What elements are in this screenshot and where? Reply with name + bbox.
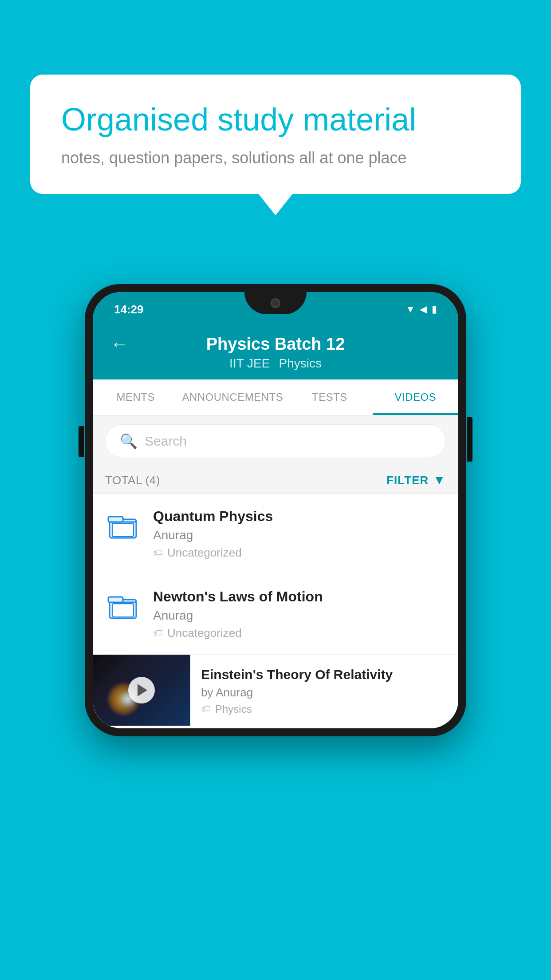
filter-icon: ▼ xyxy=(433,473,446,487)
total-label: TOTAL (4) xyxy=(105,474,160,487)
svg-rect-5 xyxy=(112,604,134,617)
search-bar[interactable]: 🔍 Search xyxy=(105,424,446,458)
phone-mockup: 14:29 ▼ ◀ ▮ ← Physics Batch 12 IIT JEE xyxy=(85,284,466,736)
item-title: Einstein's Theory Of Relativity xyxy=(201,667,446,682)
item-tag: 🏷 Physics xyxy=(201,703,446,715)
item-icon xyxy=(105,508,141,544)
item-content: Newton's Laws of Motion Anurag 🏷 Uncateg… xyxy=(153,589,446,640)
list-item[interactable]: Quantum Physics Anurag 🏷 Uncategorized xyxy=(93,494,458,574)
speech-bubble-subtext: notes, question papers, solutions all at… xyxy=(61,149,490,167)
tabs-bar: MENTS ANNOUNCEMENTS TESTS VIDEOS xyxy=(93,379,458,415)
play-triangle xyxy=(138,684,147,696)
item-tag: 🏷 Uncategorized xyxy=(153,626,446,640)
subtitle-physics: Physics xyxy=(279,356,321,371)
tag-icon: 🏷 xyxy=(201,703,211,715)
video-thumbnail xyxy=(93,655,190,726)
app-bar-title: Physics Batch 12 xyxy=(110,335,441,354)
tag-label: Uncategorized xyxy=(167,546,242,560)
item-icon xyxy=(105,589,141,624)
filter-label: FILTER xyxy=(386,474,429,487)
speech-bubble-heading: Organised study material xyxy=(61,101,490,138)
signal-icon: ◀ xyxy=(420,304,427,315)
phone-outer: 14:29 ▼ ◀ ▮ ← Physics Batch 12 IIT JEE xyxy=(85,284,466,736)
list-item[interactable]: Newton's Laws of Motion Anurag 🏷 Uncateg… xyxy=(93,574,458,655)
search-placeholder: Search xyxy=(145,434,187,449)
tab-videos[interactable]: VIDEOS xyxy=(373,379,458,415)
tab-ments[interactable]: MENTS xyxy=(93,379,178,415)
svg-rect-4 xyxy=(108,597,123,602)
tag-label: Uncategorized xyxy=(167,626,242,640)
notch xyxy=(244,292,307,314)
filter-row: TOTAL (4) FILTER ▼ xyxy=(93,467,458,494)
app-bar-row: ← Physics Batch 12 xyxy=(110,335,441,354)
status-icons: ▼ ◀ ▮ xyxy=(405,304,437,315)
app-bar-subtitle: IIT JEE Physics xyxy=(229,356,322,371)
list-item-thumbnail[interactable]: Einstein's Theory Of Relativity by Anura… xyxy=(93,655,458,728)
content-list: Quantum Physics Anurag 🏷 Uncategorized xyxy=(93,494,458,728)
phone-inner: 14:29 ▼ ◀ ▮ ← Physics Batch 12 IIT JEE xyxy=(93,292,458,728)
play-button[interactable] xyxy=(128,677,155,703)
wifi-icon: ▼ xyxy=(405,304,415,315)
svg-rect-1 xyxy=(108,517,123,522)
status-bar: 14:29 ▼ ◀ ▮ xyxy=(93,292,458,324)
search-container: 🔍 Search xyxy=(93,415,458,467)
item-author: Anurag xyxy=(153,609,446,623)
app-bar: ← Physics Batch 12 IIT JEE Physics xyxy=(93,324,458,379)
subtitle-iit: IIT JEE xyxy=(229,356,270,371)
item-author: Anurag xyxy=(153,528,446,542)
tag-icon: 🏷 xyxy=(153,628,163,639)
speech-bubble-container: Organised study material notes, question… xyxy=(30,75,521,194)
item-content: Einstein's Theory Of Relativity by Anura… xyxy=(190,655,458,728)
item-tag: 🏷 Uncategorized xyxy=(153,546,446,560)
item-title: Quantum Physics xyxy=(153,508,446,525)
battery-icon: ▮ xyxy=(432,304,437,315)
item-author: by Anurag xyxy=(201,686,446,699)
speech-bubble: Organised study material notes, question… xyxy=(30,75,521,194)
item-content: Quantum Physics Anurag 🏷 Uncategorized xyxy=(153,508,446,560)
status-time: 14:29 xyxy=(114,303,144,316)
search-icon: 🔍 xyxy=(120,433,138,450)
svg-rect-2 xyxy=(112,523,134,537)
tag-icon: 🏷 xyxy=(153,547,163,559)
back-button[interactable]: ← xyxy=(110,334,128,354)
tab-announcements[interactable]: ANNOUNCEMENTS xyxy=(178,379,287,415)
filter-button[interactable]: FILTER ▼ xyxy=(386,473,446,487)
item-title: Newton's Laws of Motion xyxy=(153,589,446,605)
tag-label: Physics xyxy=(215,703,252,715)
camera-dot xyxy=(271,298,280,308)
folder-icon xyxy=(107,510,139,542)
folder-icon xyxy=(107,590,139,622)
tab-tests[interactable]: TESTS xyxy=(287,379,372,415)
